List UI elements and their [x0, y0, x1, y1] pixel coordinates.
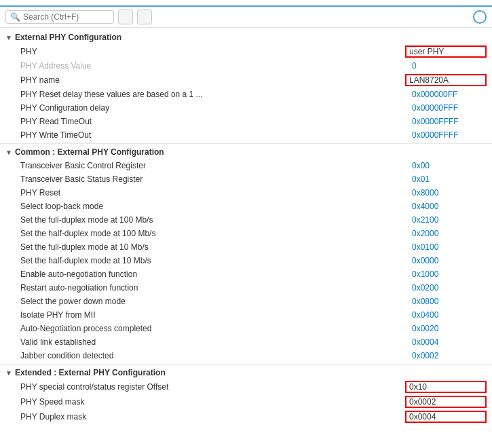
section-header-common-external-phy[interactable]: ▼Common : External PHY Configuration [0, 145, 492, 159]
param-label: PHY special control/status register Offs… [20, 382, 405, 392]
content-area: ▼External PHY ConfigurationPHYuser PHYPH… [0, 28, 492, 428]
param-value: 0x0000FFFF [405, 130, 487, 140]
toolbar: 🔍 [0, 7, 492, 28]
param-row: Set the full-duplex mode at 100 Mb/s0x21… [0, 213, 492, 227]
param-row: Select the power down mode0x0800 [0, 295, 492, 308]
param-label: PHY Address Value [20, 61, 405, 71]
chevron-icon: ▼ [5, 149, 12, 156]
param-row: PHY Speed mask0x0002 [0, 394, 492, 409]
param-value: 0x0000 [405, 256, 487, 265]
chevron-icon: ▼ [5, 369, 12, 377]
param-label: PHY name [20, 75, 405, 85]
chevron-icon: ▼ [5, 34, 12, 41]
param-value: 0x4000 [405, 202, 487, 211]
param-label: Jabber condition detected [20, 351, 405, 360]
param-row: PHY Configuration delay0x00000FFF [0, 101, 492, 115]
param-label: Transceiver Basic Status Register [20, 174, 405, 184]
param-label: PHY Speed mask [20, 397, 405, 407]
param-row: Transceiver Basic Status Register0x01 [0, 172, 492, 186]
param-value: 0x2100 [405, 215, 487, 225]
param-row: PHY Address Value0 [0, 59, 492, 73]
section-label: Common : External PHY Configuration [15, 147, 164, 157]
param-row: PHY Reset delay these values are based o… [0, 88, 492, 101]
param-row: PHY nameLAN8720A [0, 73, 492, 88]
top-bar [0, 0, 492, 7]
param-label: PHY Read TimeOut [20, 117, 405, 126]
param-value: 0x1000 [405, 269, 487, 279]
param-value: 0x01 [405, 174, 487, 184]
param-label: PHY Duplex mask [20, 412, 405, 422]
param-value: 0x2000 [405, 229, 487, 238]
param-row: Enable auto-negotiation function0x1000 [0, 267, 492, 281]
next-button[interactable] [137, 10, 152, 24]
param-label: Transceiver Basic Control Register [20, 161, 405, 170]
search-box[interactable]: 🔍 [5, 10, 114, 24]
param-value: 0x0400 [405, 310, 487, 320]
param-value: 0x8000 [405, 188, 487, 198]
section-label: Extended : External PHY Configuration [15, 368, 166, 377]
param-label: Set the half-duplex mode at 10 Mb/s [20, 256, 405, 265]
param-row: Select loop-back mode0x4000 [0, 200, 492, 213]
info-button[interactable] [473, 10, 487, 24]
search-input[interactable] [23, 12, 105, 22]
section-header-extended-external-phy[interactable]: ▼Extended : External PHY Configuration [0, 366, 492, 379]
param-value: 0x0004 [405, 337, 487, 347]
param-row: Set the half-duplex mode at 10 Mb/s0x000… [0, 254, 492, 267]
param-label: PHY [20, 47, 405, 56]
param-label: PHY Reset [20, 188, 405, 198]
param-row: Isolate PHY from MII0x0400 [0, 308, 492, 322]
param-value: 0x0020 [405, 324, 487, 333]
param-row: Set the full-duplex mode at 10 Mb/s0x010… [0, 240, 492, 254]
param-label: PHY Reset delay these values are based o… [20, 90, 405, 99]
param-value: 0x0002 [405, 351, 487, 360]
search-icon: 🔍 [10, 12, 20, 22]
param-value[interactable]: user PHY [405, 45, 487, 58]
param-row: PHYuser PHY [0, 44, 492, 59]
param-value: 0 [405, 61, 487, 71]
param-value: 0x0100 [405, 242, 487, 252]
param-value[interactable]: 0x10 [405, 381, 487, 393]
param-value: 0x0000FFFF [405, 117, 487, 126]
param-value[interactable]: 0x0004 [405, 411, 487, 423]
param-row: Restart auto-negotiation function0x0200 [0, 281, 492, 295]
param-row: Transceiver Basic Control Register0x00 [0, 159, 492, 172]
param-label: Restart auto-negotiation function [20, 283, 405, 293]
param-value[interactable]: LAN8720A [405, 74, 487, 86]
param-row: Valid link established0x0004 [0, 335, 492, 349]
param-label: Valid link established [20, 337, 405, 347]
param-label: Select the power down mode [20, 297, 405, 306]
param-row: PHY Reset0x8000 [0, 186, 492, 200]
param-row: PHY special control/status register Offs… [0, 379, 492, 394]
param-label: Select loop-back mode [20, 202, 405, 211]
section-label: External PHY Configuration [15, 33, 121, 42]
param-label: Set the full-duplex mode at 10 Mb/s [20, 242, 405, 252]
param-label: Isolate PHY from MII [20, 310, 405, 320]
prev-button[interactable] [118, 10, 133, 24]
param-row: Set the half-duplex mode at 100 Mb/s0x20… [0, 227, 492, 240]
param-label: Set the full-duplex mode at 100 Mb/s [20, 215, 405, 225]
param-row: PHY Read TimeOut0x0000FFFF [0, 115, 492, 128]
param-row: PHY Duplex mask0x0004 [0, 409, 492, 424]
param-label: Set the half-duplex mode at 100 Mb/s [20, 229, 405, 238]
param-label: Auto-Negotiation process completed [20, 324, 405, 333]
param-label: Enable auto-negotiation function [20, 269, 405, 279]
param-value: 0x000000FF [405, 90, 487, 99]
param-value: 0x00000FFF [405, 103, 487, 113]
param-row: PHY Write TimeOut0x0000FFFF [0, 128, 492, 142]
param-label: PHY Configuration delay [20, 103, 405, 113]
section-header-external-phy[interactable]: ▼External PHY Configuration [0, 31, 492, 44]
param-value: 0x00 [405, 161, 487, 170]
param-label: PHY Write TimeOut [20, 130, 405, 140]
param-row: Jabber condition detected0x0002 [0, 349, 492, 362]
param-value: 0x0200 [405, 283, 487, 293]
param-row: Auto-Negotiation process completed0x0020 [0, 322, 492, 335]
param-value[interactable]: 0x0002 [405, 396, 487, 408]
param-value: 0x0800 [405, 297, 487, 306]
